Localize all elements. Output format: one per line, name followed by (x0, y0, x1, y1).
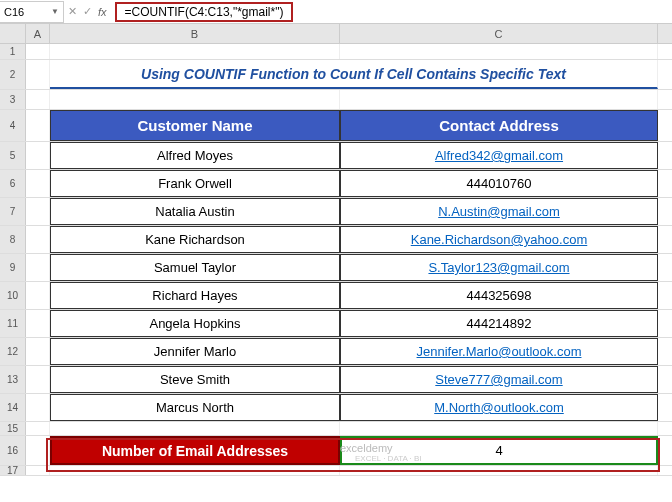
select-all-corner[interactable] (0, 24, 26, 43)
cell-A15[interactable] (26, 422, 50, 435)
row-header-2[interactable]: 2 (0, 60, 26, 89)
customer-name-cell[interactable]: Jennifer Marlo (50, 338, 340, 365)
row-header-8[interactable]: 8 (0, 226, 26, 253)
name-box[interactable]: C16 ▼ (0, 1, 64, 23)
cell-B15[interactable] (50, 422, 340, 435)
cell-C15[interactable] (340, 422, 658, 435)
email-link[interactable]: S.Taylor123@gmail.com (428, 260, 569, 275)
formula-input[interactable]: =COUNTIF(C4:C13,"*gmail*") (115, 2, 294, 22)
cell-A13[interactable] (26, 366, 50, 393)
row-header-16[interactable]: 16 (0, 436, 26, 465)
cell-A4[interactable] (26, 110, 50, 141)
fx-icon[interactable]: fx (98, 6, 107, 18)
contact-cell[interactable]: N.Austin@gmail.com (340, 198, 658, 225)
cell-A11[interactable] (26, 310, 50, 337)
customer-name-cell[interactable]: Steve Smith (50, 366, 340, 393)
cell-A2[interactable] (26, 60, 50, 89)
customer-name-cell[interactable]: Frank Orwell (50, 170, 340, 197)
contact-cell[interactable]: 444325698 (340, 282, 658, 309)
cancel-icon[interactable]: ✕ (68, 5, 77, 18)
email-link[interactable]: Steve777@gmail.com (435, 372, 562, 387)
column-headers: A B C (0, 24, 672, 44)
cell-A16[interactable] (26, 436, 50, 465)
email-link[interactable]: Jennifer.Marlo@outlook.com (417, 344, 582, 359)
formula-input-wrap: =COUNTIF(C4:C13,"*gmail*") (111, 1, 672, 23)
cell-B1[interactable] (50, 44, 340, 59)
check-icon[interactable]: ✓ (83, 5, 92, 18)
row-header-7[interactable]: 7 (0, 198, 26, 225)
row-header-1[interactable]: 1 (0, 44, 26, 59)
row-header-11[interactable]: 11 (0, 310, 26, 337)
cell-C3[interactable] (340, 90, 658, 109)
chevron-down-icon[interactable]: ▼ (51, 7, 59, 16)
cell-A10[interactable] (26, 282, 50, 309)
table-row: 6Frank Orwell444010760 (0, 170, 672, 198)
cell-C17[interactable] (340, 466, 658, 475)
contact-cell[interactable]: Alfred342@gmail.com (340, 142, 658, 169)
col-header-C[interactable]: C (340, 24, 658, 43)
contact-cell[interactable]: Kane.Richardson@yahoo.com (340, 226, 658, 253)
row-2: 2 Using COUNTIF Function to Count If Cel… (0, 60, 672, 90)
email-link[interactable]: N.Austin@gmail.com (438, 204, 560, 219)
row-header-10[interactable]: 10 (0, 282, 26, 309)
table-row: 7Natalia AustinN.Austin@gmail.com (0, 198, 672, 226)
customer-name-cell[interactable]: Samuel Taylor (50, 254, 340, 281)
row-header-12[interactable]: 12 (0, 338, 26, 365)
result-label[interactable]: Number of Email Addresses (50, 436, 340, 465)
cell-B17[interactable] (50, 466, 340, 475)
contact-cell[interactable]: 444214892 (340, 310, 658, 337)
formula-bar-buttons: ✕ ✓ fx (64, 5, 111, 18)
row-header-17[interactable]: 17 (0, 466, 26, 475)
customer-name-cell[interactable]: Kane Richardson (50, 226, 340, 253)
row-header-9[interactable]: 9 (0, 254, 26, 281)
customer-name-cell[interactable]: Marcus North (50, 394, 340, 421)
table-row: 14Marcus NorthM.North@outlook.com (0, 394, 672, 422)
customer-name-cell[interactable]: Natalia Austin (50, 198, 340, 225)
col-header-A[interactable]: A (26, 24, 50, 43)
table-row: 8Kane RichardsonKane.Richardson@yahoo.co… (0, 226, 672, 254)
cell-A7[interactable] (26, 198, 50, 225)
result-value[interactable]: 4 (340, 436, 658, 465)
rows-container: 1 2 Using COUNTIF Function to Count If C… (0, 44, 672, 476)
customer-name-cell[interactable]: Angela Hopkins (50, 310, 340, 337)
table-row: 5Alfred MoyesAlfred342@gmail.com (0, 142, 672, 170)
email-link[interactable]: Kane.Richardson@yahoo.com (411, 232, 588, 247)
col-header-B[interactable]: B (50, 24, 340, 43)
cell-A9[interactable] (26, 254, 50, 281)
cell-A17[interactable] (26, 466, 50, 475)
contact-cell[interactable]: S.Taylor123@gmail.com (340, 254, 658, 281)
contact-cell[interactable]: Steve777@gmail.com (340, 366, 658, 393)
row-1: 1 (0, 44, 672, 60)
row-header-5[interactable]: 5 (0, 142, 26, 169)
customer-name-cell[interactable]: Alfred Moyes (50, 142, 340, 169)
table-row: 11Angela Hopkins444214892 (0, 310, 672, 338)
cell-C1[interactable] (340, 44, 658, 59)
spreadsheet-grid: A B C 1 2 Using COUNTIF Function to Coun… (0, 24, 672, 476)
cell-A12[interactable] (26, 338, 50, 365)
cell-A6[interactable] (26, 170, 50, 197)
row-header-13[interactable]: 13 (0, 366, 26, 393)
cell-A5[interactable] (26, 142, 50, 169)
header-name[interactable]: Customer Name (50, 110, 340, 141)
row-header-4[interactable]: 4 (0, 110, 26, 141)
header-contact[interactable]: Contact Address (340, 110, 658, 141)
row-header-14[interactable]: 14 (0, 394, 26, 421)
table-row: 13Steve SmithSteve777@gmail.com (0, 366, 672, 394)
email-link[interactable]: M.North@outlook.com (434, 400, 564, 415)
cell-A3[interactable] (26, 90, 50, 109)
name-box-value: C16 (4, 6, 51, 18)
customer-name-cell[interactable]: Richard Hayes (50, 282, 340, 309)
row-header-15[interactable]: 15 (0, 422, 26, 435)
title-cell[interactable]: Using COUNTIF Function to Count If Cell … (50, 60, 658, 89)
row-header-6[interactable]: 6 (0, 170, 26, 197)
contact-cell[interactable]: 444010760 (340, 170, 658, 197)
cell-A14[interactable] (26, 394, 50, 421)
cell-B3[interactable] (50, 90, 340, 109)
email-link[interactable]: Alfred342@gmail.com (435, 148, 563, 163)
row-header-3[interactable]: 3 (0, 90, 26, 109)
contact-cell[interactable]: M.North@outlook.com (340, 394, 658, 421)
row-15: 15 (0, 422, 672, 436)
contact-cell[interactable]: Jennifer.Marlo@outlook.com (340, 338, 658, 365)
cell-A1[interactable] (26, 44, 50, 59)
cell-A8[interactable] (26, 226, 50, 253)
